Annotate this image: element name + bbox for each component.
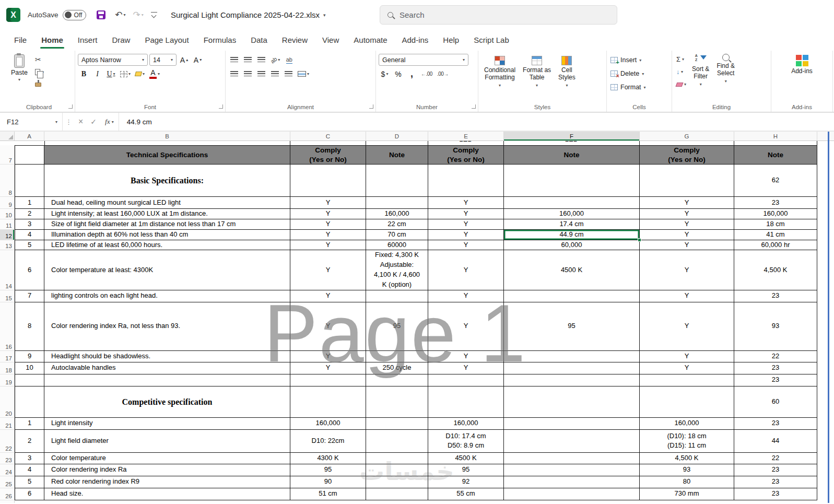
cell-E8[interactable] (428, 165, 504, 197)
cell-F7[interactable]: Note (504, 145, 640, 165)
cell-B17[interactable]: Headlight should be shadowless. (44, 351, 290, 362)
tab-review[interactable]: Review (276, 32, 313, 49)
partial-cell-E6[interactable]: LED (428, 141, 504, 145)
cell-G20[interactable] (640, 386, 734, 418)
cell-G26[interactable]: 730 mm (640, 488, 734, 500)
cell-E19[interactable] (428, 374, 504, 386)
cell-C15[interactable]: Y (290, 290, 366, 302)
cell-H17[interactable]: 22 (734, 351, 817, 362)
cell-G13[interactable]: Y (640, 240, 734, 251)
cell-D19[interactable] (366, 374, 428, 386)
cell-D24[interactable] (366, 464, 428, 476)
column-header-B[interactable]: B (44, 132, 290, 140)
cell-G8[interactable] (640, 165, 734, 197)
cell-H19[interactable]: 23 (734, 374, 817, 386)
cell-A10[interactable]: 2 (15, 209, 44, 219)
cell-A26[interactable]: 6 (15, 488, 44, 500)
cell-G17[interactable]: Y (640, 351, 734, 362)
cell-F19[interactable] (504, 374, 640, 386)
row-header-12[interactable]: 12 (0, 230, 15, 240)
cell-E18[interactable]: Y (428, 362, 504, 374)
cell-F25[interactable] (504, 476, 640, 488)
row-header-22[interactable]: 22 (0, 430, 15, 453)
autosave-toggle[interactable]: Off (63, 10, 87, 20)
cell-G23[interactable]: 4,500 K (640, 453, 734, 464)
cell-D11[interactable]: 22 cm (366, 219, 428, 230)
percent-style-button[interactable]: % (392, 68, 404, 80)
cell-B20[interactable]: Competitive specification (44, 386, 290, 418)
tab-view[interactable]: View (316, 32, 345, 49)
cell-E7[interactable]: Comply (Yes or No) (428, 145, 504, 165)
cell-A23[interactable]: 3 (15, 453, 44, 464)
decrease-indent-button[interactable] (269, 68, 281, 80)
cell-F8[interactable] (504, 165, 640, 197)
row-header-24[interactable]: 24 (0, 464, 15, 476)
cell-A20[interactable] (15, 386, 44, 418)
cell-E14[interactable]: Y (428, 250, 504, 290)
cell-F16[interactable]: 95 (504, 302, 640, 351)
cell-F13[interactable]: 60,000 (504, 240, 640, 251)
cell-D15[interactable] (366, 290, 428, 302)
cell-F11[interactable]: 17.4 cm (504, 219, 640, 230)
cell-F23[interactable] (504, 453, 640, 464)
cell-G9[interactable]: Y (640, 197, 734, 209)
cell-H24[interactable]: 23 (734, 464, 817, 476)
cell-C7[interactable]: Comply (Yes or No) (290, 145, 366, 165)
cell-H11[interactable]: 18 cm (734, 219, 817, 230)
cell-H18[interactable]: 23 (734, 362, 817, 374)
autosum-button[interactable]: Σ▾ (675, 54, 688, 65)
cell-B15[interactable]: lighting controls on each light head. (44, 290, 290, 302)
cell-G7[interactable]: Comply (Yes or No) (640, 145, 734, 165)
select-all-corner[interactable] (0, 132, 15, 140)
font-color-button[interactable]: A▾ (148, 68, 161, 80)
cell-H8[interactable]: 62 (734, 165, 817, 197)
row-header-15[interactable]: 15 (0, 290, 15, 302)
cell-D23[interactable] (366, 453, 428, 464)
conditional-formatting-button[interactable]: Conditional Formatting▾ (481, 54, 519, 90)
insert-cells-button[interactable]: Insert▾ (609, 54, 669, 66)
cell-F14[interactable]: 4500 K (504, 250, 640, 290)
cell-G16[interactable]: Y (640, 302, 734, 351)
cut-button[interactable]: ✂ (33, 54, 46, 65)
tab-insert[interactable]: Insert (72, 32, 103, 49)
row-header-9[interactable]: 9 (0, 197, 15, 209)
format-cells-button[interactable]: Format▾ (609, 81, 669, 93)
paste-button[interactable]: Paste ▾ (6, 52, 33, 90)
row-header-21[interactable]: 21 (0, 418, 15, 430)
find-select-button[interactable]: Find & Select▾ (713, 52, 738, 86)
alignment-dialog-launcher[interactable] (369, 104, 373, 109)
font-dialog-launcher[interactable] (219, 104, 223, 109)
cell-E9[interactable]: Y (428, 197, 504, 209)
cell-A9[interactable]: 1 (15, 197, 44, 209)
cell-D20[interactable] (366, 386, 428, 418)
decrease-font-size-button[interactable]: A▾ (192, 54, 204, 66)
row-header-26[interactable]: 26 (0, 488, 15, 500)
cell-G12[interactable]: Y (640, 230, 734, 240)
cell-A25[interactable]: 5 (15, 476, 44, 488)
cell-D9[interactable] (366, 197, 428, 209)
row-header-13[interactable]: 13 (0, 240, 15, 251)
cell-H21[interactable]: 23 (734, 418, 817, 430)
tab-file[interactable]: File (8, 32, 32, 49)
cell-G14[interactable]: Y (640, 250, 734, 290)
cell-G10[interactable]: Y (640, 209, 734, 219)
cell-E25[interactable]: 92 (428, 476, 504, 488)
addins-button[interactable]: Add-ins (774, 53, 830, 77)
cell-H14[interactable]: 4,500 K (734, 250, 817, 290)
row-header-23[interactable]: 23 (0, 453, 15, 464)
cell-B12[interactable]: Illumination depth at 60% not less than … (44, 230, 290, 240)
cell-H16[interactable]: 93 (734, 302, 817, 351)
cell-E22[interactable]: D10: 17.4 cm D50: 8.9 cm (428, 430, 504, 453)
cell-A11[interactable]: 3 (15, 219, 44, 230)
cell-A18[interactable]: 10 (15, 362, 44, 374)
cell-B24[interactable]: Color rendering index Ra (44, 464, 290, 476)
partial-cell-H6[interactable] (734, 141, 817, 145)
row-header-25[interactable]: 25 (0, 476, 15, 488)
row-header-19[interactable]: 19 (0, 374, 15, 386)
cell-A21[interactable]: 1 (15, 418, 44, 430)
cell-B9[interactable]: Dual head, ceiling mount surgical LED li… (44, 197, 290, 209)
cell-D26[interactable] (366, 488, 428, 500)
cell-D17[interactable] (366, 351, 428, 362)
cell-E26[interactable]: 55 cm (428, 488, 504, 500)
cell-A16[interactable]: 8 (15, 302, 44, 351)
